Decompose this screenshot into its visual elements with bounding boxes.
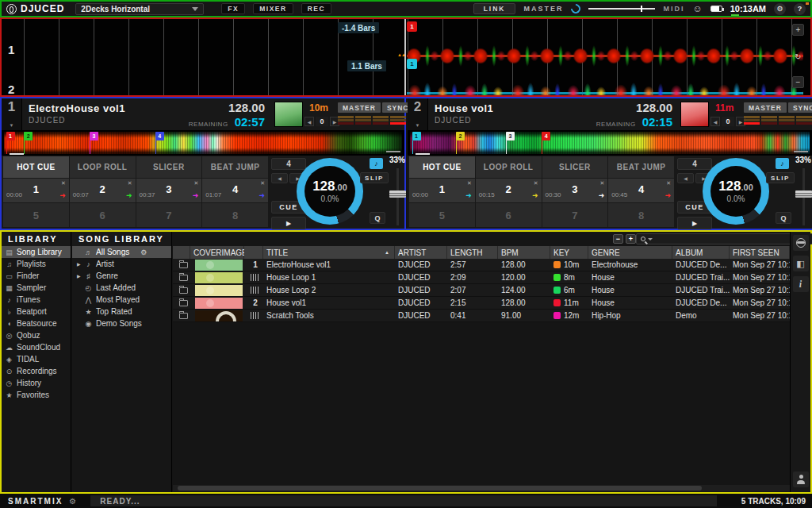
deck1-number[interactable]: 1▼ — [2, 98, 22, 130]
column-header[interactable]: TITLE — [263, 246, 395, 259]
layout-select[interactable]: 2Decks Horizontal — [75, 3, 204, 15]
cue-point-flag[interactable]: 3 — [506, 132, 515, 140]
expand-arrow-icon[interactable]: ▶ — [77, 261, 81, 267]
empty-pad[interactable]: 7 — [136, 203, 202, 227]
fx-button[interactable]: FX — [221, 3, 245, 14]
sidebar-item[interactable]: ▤ Song Library — [2, 246, 71, 258]
deck2-quantize-button[interactable]: Q — [776, 212, 791, 224]
font-smaller-button[interactable]: − — [613, 234, 623, 244]
column-header[interactable] — [173, 246, 190, 259]
search-options-caret-icon[interactable] — [648, 238, 653, 241]
sidebar-item[interactable]: ☁ SoundCloud — [2, 341, 71, 353]
empty-pad[interactable]: 7 — [542, 203, 608, 227]
pad-mode-tab[interactable]: BEAT JUMP — [202, 156, 268, 178]
loop-half-button[interactable]: ◀ — [677, 173, 694, 183]
wave-zoom-in-button[interactable]: + — [792, 24, 804, 36]
cue-point-flag[interactable]: 4 — [155, 132, 164, 140]
hot-cue-pad[interactable]: 1 00:00 ✕ ➜ — [409, 179, 475, 202]
delete-cue-icon[interactable]: ✕ — [193, 180, 198, 187]
pad-mode-tab[interactable]: SLICER — [542, 156, 608, 178]
mixer-button[interactable]: MIXER — [253, 3, 293, 14]
waveform-view[interactable]: 1 2 -1.4 Bars 1.1 Bars 1 1 ▲▲ + ↻ − — [0, 17, 812, 97]
delete-cue-icon[interactable]: ✕ — [467, 180, 472, 187]
wave-loop-icon[interactable]: ↻ — [792, 51, 804, 63]
cue-point-flag[interactable]: 1 — [6, 132, 15, 140]
wave-zoom-out-button[interactable]: − — [792, 76, 804, 88]
deck2-slip-button[interactable]: SLIP — [766, 172, 795, 183]
song-library-item[interactable]: ▶ ★ Top Rated ⚙ — [72, 306, 171, 318]
cue-point-flag[interactable]: 4 — [542, 132, 550, 140]
search-box[interactable]: × — [636, 233, 812, 244]
delete-cue-icon[interactable]: ✕ — [260, 180, 265, 187]
track-row[interactable]: 1 ElectroHouse vol1 DJUCED 2:57 128.00 1… — [173, 259, 790, 271]
song-library-item[interactable]: ▶ ♯ Genre ⚙ — [72, 270, 171, 282]
deck2-play-button[interactable]: ▶ — [677, 217, 712, 229]
deck1-keylock-icon[interactable]: ♪ — [370, 158, 383, 169]
pad-mode-tab[interactable]: HOT CUE — [409, 156, 475, 178]
deck2-volume-thumb[interactable] — [795, 190, 812, 198]
help-button[interactable]: ? — [794, 3, 806, 15]
deck2-loop-length[interactable]: 4 — [677, 158, 712, 170]
empty-pad[interactable]: 6 — [476, 203, 542, 227]
delete-cue-icon[interactable]: ✕ — [666, 180, 671, 187]
column-header[interactable]: ARTIST — [395, 246, 447, 259]
sidebar-item[interactable]: ♫ Playlists — [2, 258, 71, 270]
sidebar-item[interactable]: ▭ Finder — [2, 270, 71, 282]
link-button[interactable]: LINK — [473, 3, 516, 14]
deck1-track-overview[interactable]: 1234 — [2, 130, 404, 156]
column-header[interactable]: GENRE — [588, 246, 672, 259]
empty-pad[interactable]: 5 — [3, 203, 69, 227]
smartmix-label[interactable]: SMARTMIX — [8, 497, 63, 506]
sidebar-item[interactable]: ♪ iTunes — [2, 294, 71, 306]
track-row[interactable]: House Loop 1 DJUCED 2:09 120.00 8m House… — [173, 271, 790, 284]
smartmix-gear-icon[interactable]: ⚙ — [69, 497, 76, 506]
pad-mode-tab[interactable]: SLICER — [136, 156, 202, 178]
deck2-master-button[interactable]: MASTER — [744, 102, 787, 113]
delete-cue-icon[interactable]: ✕ — [61, 180, 66, 187]
pad-mode-tab[interactable]: LOOP ROLL — [476, 156, 542, 178]
hot-cue-pad[interactable]: 1 00:00 ✕ ➜ — [3, 179, 69, 202]
assistant-icon[interactable] — [793, 235, 809, 251]
search-input[interactable] — [655, 235, 812, 244]
sidebar-item[interactable]: ◈ TIDAL — [2, 353, 71, 365]
hot-cue-pad[interactable]: 2 00:15 ✕ ➜ — [476, 179, 542, 202]
info-icon[interactable]: i — [793, 276, 809, 292]
column-header[interactable]: ALBUM — [672, 246, 730, 259]
deck2-keylock-icon[interactable]: ♪ — [776, 158, 789, 169]
deck1-quantize-button[interactable]: Q — [370, 212, 385, 224]
split-view-icon[interactable]: ◧ — [793, 256, 809, 271]
sidebar-item[interactable]: ◎ Qobuz — [2, 329, 71, 341]
deck1-slip-button[interactable]: SLIP — [360, 172, 389, 183]
horizontal-scrollbar[interactable] — [173, 485, 790, 491]
font-larger-button[interactable]: + — [626, 234, 636, 244]
sidebar-item[interactable]: ⊙ Recordings — [2, 365, 71, 377]
column-header[interactable]: KEY — [550, 246, 588, 259]
feedback-smiley-icon[interactable]: ☺ — [692, 3, 702, 14]
deck1-volume-thumb[interactable] — [389, 190, 406, 198]
sidebar-item[interactable]: ♭ Beatport — [2, 306, 71, 318]
song-library-item[interactable]: ▶ ◉ Demo Songs ⚙ — [72, 318, 171, 329]
pad-mode-tab[interactable]: BEAT JUMP — [608, 156, 674, 178]
hot-cue-pad[interactable]: 4 01:07 ✕ ➜ — [202, 179, 268, 202]
master-slider[interactable] — [588, 8, 655, 10]
loop-half-button[interactable]: ◀ — [271, 173, 288, 183]
deck2-jog-wheel[interactable]: 128.00 0.0% — [703, 158, 769, 225]
song-library-item[interactable]: ▶ ♬ All Songs ⚙ — [72, 246, 171, 258]
deck2-sync-button[interactable]: SYNC — [788, 102, 812, 113]
hot-cue-pad[interactable]: 3 00:30 ✕ ➜ — [542, 179, 608, 202]
cue-point-flag[interactable]: 1 — [412, 132, 421, 140]
gear-icon[interactable]: ⚙ — [140, 248, 147, 256]
pitch-down-button[interactable]: ◀ — [304, 117, 314, 126]
deck1-play-button[interactable]: ▶ — [271, 217, 306, 229]
empty-pad[interactable]: 8 — [202, 203, 268, 227]
sidebar-item[interactable]: ◷ History — [2, 377, 71, 389]
deck2-number[interactable]: 2▼ — [408, 98, 428, 130]
user-icon[interactable] — [793, 471, 809, 487]
pad-mode-tab[interactable]: LOOP ROLL — [70, 156, 136, 178]
master-knob[interactable] — [569, 2, 583, 16]
pad-mode-tab[interactable]: HOT CUE — [3, 156, 69, 178]
track-row[interactable]: 2 House vol1 DJUCED 2:15 128.00 11m Hous… — [173, 297, 790, 310]
track-row[interactable]: House Loop 2 DJUCED 2:07 124.00 6m House… — [173, 284, 790, 297]
deck1-master-button[interactable]: MASTER — [338, 102, 381, 113]
track-row[interactable]: Scratch Tools DJUCED 0:41 91.00 12m Hip-… — [173, 310, 790, 322]
